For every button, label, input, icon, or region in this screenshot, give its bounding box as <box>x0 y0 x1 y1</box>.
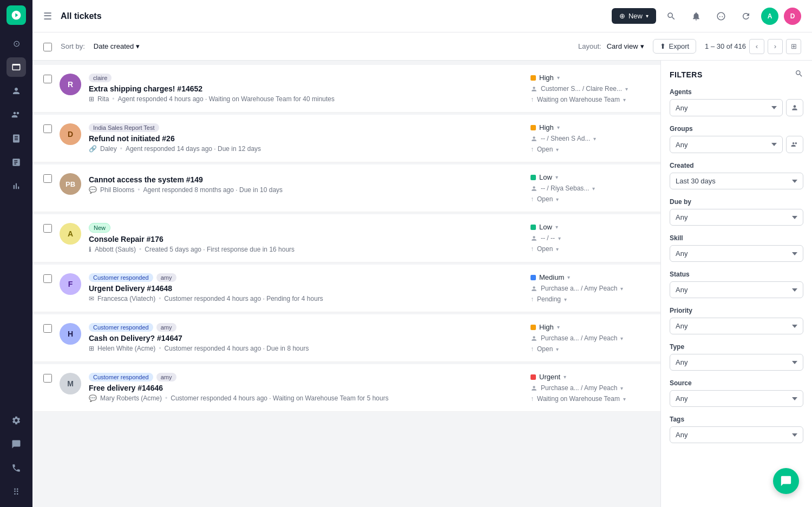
priority-badge[interactable]: High ▾ <box>531 123 560 131</box>
ticket-card[interactable]: M Customer responded amy Free delivery #… <box>32 364 660 412</box>
priority-badge[interactable]: Medium ▾ <box>531 273 570 281</box>
refresh-icon[interactable] <box>736 6 756 26</box>
assignee-row[interactable]: -- / -- ▾ <box>531 234 561 242</box>
assignee-row[interactable]: Purchase a... / Amy Peach ▾ <box>531 384 623 392</box>
agent-avatar[interactable]: A <box>761 8 778 25</box>
status-text: Pending <box>537 295 561 303</box>
ticket-meta: 💬 Mary Roberts (Acme) • Customer respond… <box>89 394 523 402</box>
nav-analytics-icon[interactable] <box>6 176 26 196</box>
chevron-down-icon: ▾ <box>625 86 628 92</box>
export-button[interactable]: ⬆ Export <box>653 39 697 54</box>
chevron-down-icon: ▾ <box>556 147 559 153</box>
ticket-card[interactable]: F Customer responded amy Urgent Delivery… <box>32 265 660 312</box>
pagination-prev-button[interactable]: ‹ <box>749 39 764 54</box>
user-avatar[interactable]: D <box>784 8 801 25</box>
nav-chat-icon[interactable] <box>6 434 26 454</box>
new-icon: ⊕ <box>619 12 625 20</box>
tag-customer-responded[interactable]: Customer responded <box>89 273 153 282</box>
ai-icon[interactable] <box>711 6 731 26</box>
filter-search-icon[interactable] <box>795 69 803 80</box>
ticket-checkbox[interactable] <box>43 224 52 233</box>
tag[interactable]: claire <box>89 74 112 82</box>
ticket-checkbox[interactable] <box>43 124 52 133</box>
nav-kb-icon[interactable] <box>6 129 26 148</box>
status-row[interactable]: ↑ Open ▾ <box>531 345 559 353</box>
filter-type-select[interactable]: Any <box>670 354 803 371</box>
assignee-row[interactable]: Purchase a... / Amy Peach ▾ <box>531 334 623 342</box>
nav-home-icon[interactable]: ⊙ <box>6 34 26 53</box>
status-row[interactable]: ↑ Waiting on Warehouse Team ▾ <box>531 96 626 103</box>
chat-bubble[interactable] <box>773 468 799 494</box>
hamburger-icon[interactable]: ☰ <box>43 10 52 22</box>
filter-created-select[interactable]: Last 30 days Today Last 7 days <box>670 173 803 189</box>
filter-due-by-select[interactable]: Any <box>670 209 803 226</box>
nav-phone-icon[interactable] <box>6 458 26 478</box>
ticket-card[interactable]: D India Sales Report Test Refund not ini… <box>32 115 660 162</box>
filter-agents-select[interactable]: Any <box>670 99 783 116</box>
filter-status-select[interactable]: Any <box>670 281 803 298</box>
status-row[interactable]: ↑ Open ▾ <box>531 195 559 203</box>
priority-badge[interactable]: Low ▾ <box>531 223 558 231</box>
ticket-checkbox[interactable] <box>43 274 52 283</box>
filter-tags-select[interactable]: Any <box>670 426 803 443</box>
ticket-checkbox[interactable] <box>43 174 52 183</box>
meta-icon: ℹ <box>89 246 91 253</box>
ticket-checkbox[interactable] <box>43 75 52 83</box>
status-row[interactable]: ↑ Open ▾ <box>531 245 559 253</box>
nav-contacts-icon[interactable] <box>6 81 26 101</box>
assignee-row[interactable]: Customer S... / Claire Ree... ▾ <box>531 85 628 93</box>
filter-groups-icon-btn[interactable] <box>786 136 803 153</box>
tag[interactable]: amy <box>156 323 176 332</box>
status-row[interactable]: ↑ Pending ▾ <box>531 295 567 303</box>
priority-badge[interactable]: High ▾ <box>531 323 560 331</box>
filter-priority-select[interactable]: Any <box>670 318 803 334</box>
new-button[interactable]: ⊕ New ▾ <box>612 8 656 24</box>
pagination-next-button[interactable]: › <box>768 39 783 54</box>
filter-source-select[interactable]: Any <box>670 390 803 407</box>
tag[interactable]: amy <box>156 273 176 282</box>
assignee-text: Purchase a... / Amy Peach <box>541 285 617 292</box>
ticket-card[interactable]: A New Console Repair #176 ℹ Abbott (Saul… <box>32 214 660 262</box>
tag-customer-responded[interactable]: Customer responded <box>89 373 153 381</box>
grid-view-button[interactable]: ⊞ <box>786 39 801 54</box>
status-row[interactable]: ↑ Waiting on Warehouse Team ▾ <box>531 395 626 403</box>
header-actions: ⊕ New ▾ A D <box>612 6 801 26</box>
tag-new[interactable]: New <box>89 223 110 233</box>
nav-reports-icon[interactable] <box>6 153 26 172</box>
status-row[interactable]: ↑ Open ▾ <box>531 146 559 153</box>
filter-agents-icon-btn[interactable] <box>786 99 803 116</box>
layout-value[interactable]: Card view ▾ <box>607 42 644 50</box>
filter-group-priority: Priority Any <box>670 307 803 334</box>
ticket-card[interactable]: R claire Extra shipping charges! #14652 … <box>32 65 660 113</box>
priority-badge[interactable]: Urgent ▾ <box>531 373 566 381</box>
ticket-title: Free delivery #14646 <box>89 384 523 392</box>
search-icon[interactable] <box>662 6 681 26</box>
meta-text: Customer responded 4 hours ago · Pending… <box>164 295 323 302</box>
ticket-checkbox[interactable] <box>43 374 52 383</box>
priority-badge[interactable]: High ▾ <box>531 74 560 82</box>
assignee-row[interactable]: -- / Sheen S Ad... ▾ <box>531 135 596 142</box>
ticket-checkbox[interactable] <box>43 324 52 333</box>
select-all-checkbox[interactable] <box>43 43 52 51</box>
sidebar-icon-bar: ⊙ ⠿ <box>0 0 32 507</box>
nav-settings-icon[interactable] <box>6 411 26 430</box>
app-logo[interactable] <box>6 5 26 25</box>
status-text: Open <box>537 345 553 353</box>
tag-customer-responded[interactable]: Customer responded <box>89 323 153 332</box>
nav-apps-icon[interactable]: ⠿ <box>6 482 26 502</box>
chevron-down-icon: ▾ <box>592 186 595 192</box>
filter-groups-select[interactable]: Any <box>670 136 783 153</box>
tag[interactable]: amy <box>156 373 176 381</box>
assignee-row[interactable]: Purchase a... / Amy Peach ▾ <box>531 285 623 292</box>
tag[interactable]: India Sales Report Test <box>89 123 159 132</box>
assignee-row[interactable]: -- / Riya Sebas... ▾ <box>531 185 595 192</box>
priority-badge[interactable]: Low ▾ <box>531 173 558 181</box>
notifications-icon[interactable] <box>686 6 706 26</box>
nav-tickets-icon[interactable] <box>6 57 26 77</box>
assignee-text: -- / Riya Sebas... <box>541 185 589 192</box>
ticket-card[interactable]: H Customer responded amy Cash on Deliver… <box>32 314 660 362</box>
sort-by-value[interactable]: Date created ▾ <box>94 42 140 50</box>
nav-companies-icon[interactable] <box>6 105 26 124</box>
filter-skill-select[interactable]: Any <box>670 245 803 262</box>
ticket-card[interactable]: PB Cannot access the system #149 💬 Phil … <box>32 164 660 212</box>
